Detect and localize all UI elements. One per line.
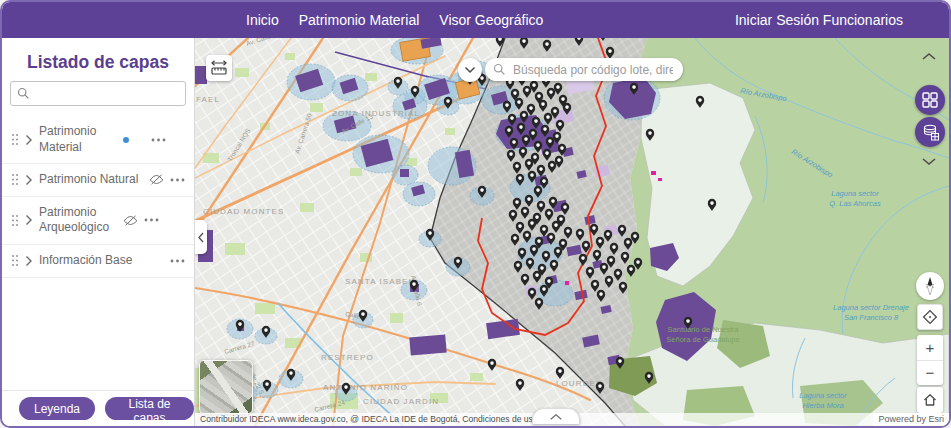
grid-icon (922, 92, 938, 108)
top-navbar: Inicio Patrimonio Material Visor Geográf… (2, 2, 949, 38)
map-search-input[interactable] (511, 62, 675, 78)
nav-link-iniciar-sesion[interactable]: Iniciar Sesión Funcionarios (735, 12, 903, 28)
layer-label: Información Base (39, 253, 164, 269)
layer-menu-icon[interactable] (170, 259, 185, 263)
layer-label: Patrimonio Natural (39, 172, 143, 188)
nav-link-visor-geografico[interactable]: Visor Geográfico (439, 12, 543, 28)
layer-list: Patrimonio Material Patrimonio Natural P… (2, 116, 194, 390)
powered-by-esri: Powered by Esri (873, 413, 949, 426)
layer-search-input[interactable] (34, 86, 179, 102)
locate-button[interactable] (917, 304, 943, 330)
layer-row-informacion-base[interactable]: Información Base (2, 245, 194, 278)
layer-row-patrimonio-natural[interactable]: Patrimonio Natural (2, 164, 194, 197)
layer-menu-icon[interactable] (144, 218, 159, 222)
search-icon (493, 63, 506, 76)
compass-button[interactable] (916, 272, 944, 300)
compass-needle-icon (916, 272, 944, 300)
expand-chevron-icon[interactable] (25, 214, 33, 226)
home-icon (922, 392, 938, 408)
map-view[interactable]: FAELZONA INDUSTRIALCIUDAD MONTESSANTA IS… (195, 38, 949, 426)
layer-menu-icon[interactable] (151, 138, 166, 142)
panel-title: Listado de capas (2, 52, 194, 73)
layer-widget-button[interactable] (915, 117, 945, 147)
app-window: Inicio Patrimonio Material Visor Geográf… (0, 0, 951, 428)
legend-button[interactable]: Leyenda (19, 397, 95, 420)
zoom-in-button[interactable]: + (917, 335, 943, 360)
basemap-preview[interactable] (199, 360, 253, 414)
panel-footer: Leyenda Lista de capas (2, 390, 194, 426)
locate-icon (921, 308, 939, 326)
drag-handle-icon[interactable] (11, 254, 19, 267)
measure-button[interactable] (206, 55, 232, 81)
map-label: ANTONIO NARIÑO (323, 383, 408, 392)
layer-panel: Listado de capas Patrimonio Material Pat… (2, 38, 195, 426)
drag-handle-icon[interactable] (11, 214, 19, 227)
expand-chevron-icon[interactable] (25, 134, 33, 146)
layer-menu-icon[interactable] (170, 178, 185, 182)
visibility-off-icon[interactable] (149, 174, 164, 185)
chevron-up-icon (549, 413, 563, 421)
zoom-out-button[interactable]: − (917, 360, 943, 386)
search-collapse-button[interactable] (458, 58, 482, 82)
expand-chevron-icon[interactable] (25, 255, 33, 267)
map-label: Laguna sector Drenaje (833, 303, 909, 312)
map-label: Hierba Mora (802, 401, 843, 410)
widgets-scroll-down-icon[interactable] (921, 157, 937, 166)
map-search-box[interactable] (485, 58, 683, 81)
measure-icon (210, 59, 228, 77)
map-label: Q. Las Ahorcas (829, 199, 881, 208)
zoom-controls: + − (917, 335, 943, 385)
nav-link-inicio[interactable]: Inicio (246, 12, 279, 28)
map-label: LOURDES (556, 379, 602, 388)
home-button[interactable] (917, 387, 943, 413)
map-label: Laguna sector (831, 189, 879, 198)
visibility-off-icon[interactable] (123, 215, 138, 226)
layer-row-patrimonio-arqueologico[interactable]: Patrimonio Arqueológico (2, 197, 194, 245)
map-label: Santuario de Nuestra (668, 325, 740, 334)
panel-collapse-handle[interactable] (195, 220, 207, 254)
layer-label: Patrimonio Arqueológico (39, 205, 117, 236)
drag-handle-icon[interactable] (11, 173, 19, 186)
search-icon (17, 87, 30, 100)
attribution-text: Contribuidor IDECA www.ideca.gov.co, @ I… (200, 414, 538, 424)
basemap-gallery-button[interactable] (915, 85, 945, 115)
nav-links: Inicio Patrimonio Material Visor Geográf… (246, 12, 543, 28)
map-label: Laguna sector (799, 391, 847, 400)
nav-link-patrimonio-material[interactable]: Patrimonio Material (299, 12, 420, 28)
expand-chevron-icon[interactable] (25, 174, 33, 186)
map-label: CIUDAD MONTES (203, 207, 284, 216)
map-label: SANTA ISABEL (345, 277, 414, 286)
layer-label: Patrimonio Material (39, 124, 117, 155)
drag-handle-icon[interactable] (11, 133, 19, 146)
chevron-down-icon (464, 66, 476, 74)
map-label: FAEL (196, 95, 220, 104)
map-label: ZONA INDUSTRIAL (332, 109, 420, 118)
database-icon (922, 124, 939, 141)
bottom-panel-tab[interactable] (532, 408, 580, 424)
layer-row-patrimonio-material[interactable]: Patrimonio Material (2, 116, 194, 164)
map-canvas[interactable]: FAELZONA INDUSTRIALCIUDAD MONTESSANTA IS… (195, 38, 949, 426)
chevron-left-icon (197, 231, 205, 244)
map-label: Señora de Guadalupe (666, 335, 739, 344)
map-label: RESTREPO (321, 353, 374, 362)
map-label: CIUDAD JARDIN (363, 397, 439, 406)
layer-status-dot (123, 137, 129, 143)
map-label: San Francisco 8 (844, 313, 899, 322)
widgets-scroll-up-icon[interactable] (921, 52, 937, 61)
layer-list-button[interactable]: Lista de capas (105, 397, 194, 420)
layer-search-box[interactable] (10, 81, 186, 106)
